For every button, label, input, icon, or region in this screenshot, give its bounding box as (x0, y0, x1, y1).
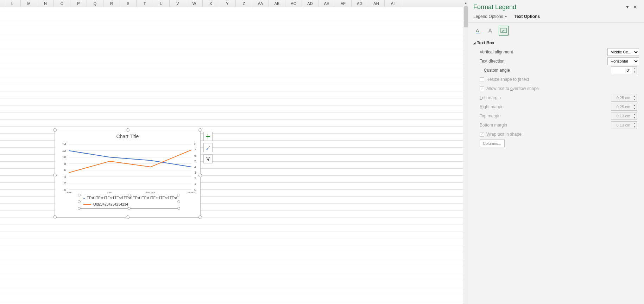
column-header-cell[interactable]: S (120, 0, 137, 7)
column-header-cell[interactable]: Z (236, 0, 252, 7)
chart-styles-button[interactable] (203, 143, 213, 152)
svg-text:14: 14 (62, 142, 67, 146)
wrap-text-checkbox: ✓ (480, 132, 484, 137)
format-legend-pane: Format Legend ▼ ✕ Legend Options ▼ Text … (468, 0, 644, 304)
funnel-icon (206, 156, 210, 161)
left-margin-label: Left margin (480, 95, 611, 100)
vertical-scrollbar[interactable]: ▲ (463, 0, 468, 304)
legend-handle[interactable] (78, 194, 81, 196)
column-header-cell[interactable]: AD (302, 0, 318, 7)
wrap-text-label: Wrap text in shape (486, 132, 639, 137)
text-direction-label: Text direction (480, 59, 607, 64)
legend-label: TEst1TEst1TEst1TEst1TEst1TEst1TEst1TEst1… (87, 195, 179, 201)
legend-handle[interactable] (78, 200, 81, 203)
legend-handle[interactable] (128, 207, 131, 210)
svg-text:0: 0 (64, 188, 66, 192)
pane-menu-button[interactable]: ▼ (624, 5, 631, 9)
text-effects-icon: A (488, 27, 494, 34)
column-header-cell[interactable]: P (70, 0, 87, 7)
text-direction-select[interactable]: Horizontal (607, 57, 639, 65)
svg-rect-30 (476, 33, 480, 33)
text-fill-outline-tab[interactable]: A (473, 26, 483, 35)
column-header-cell[interactable]: AE (318, 0, 335, 7)
pane-title: Format Legend (473, 4, 624, 11)
resize-handle[interactable] (53, 215, 57, 219)
section-text-box[interactable]: ◢ Text Box (473, 40, 639, 45)
column-header-cell[interactable]: AC (285, 0, 302, 7)
column-header-cell[interactable]: O (54, 0, 70, 7)
column-header-cell[interactable]: W (186, 0, 203, 7)
tab-legend-options[interactable]: Legend Options ▼ (473, 14, 507, 20)
column-header-cell[interactable]: Q (87, 0, 103, 7)
text-fill-icon: A (475, 27, 481, 34)
resize-to-fit-checkbox (480, 77, 484, 82)
svg-text:A≡: A≡ (502, 29, 506, 32)
column-header-cell[interactable]: AG (352, 0, 368, 7)
column-header-cell[interactable]: R (103, 0, 120, 7)
resize-handle[interactable] (53, 128, 57, 132)
tab-text-options[interactable]: Text Options (514, 14, 540, 20)
spinner-arrows[interactable]: ▲▼ (632, 66, 637, 74)
section-title: Text Box (477, 40, 494, 45)
column-header-cell[interactable]: N (37, 0, 54, 7)
legend-handle[interactable] (128, 194, 131, 196)
vertical-alignment-select[interactable]: Middle Ce... (607, 48, 639, 56)
legend-swatch (83, 198, 85, 199)
svg-text:8: 8 (194, 142, 196, 146)
svg-text:1: 1 (194, 182, 196, 186)
column-header-cell[interactable]: AF (335, 0, 352, 7)
left-margin-input (611, 94, 632, 102)
close-pane-button[interactable]: ✕ (631, 4, 639, 10)
svg-text:10: 10 (62, 155, 67, 159)
column-header-cell[interactable]: AH (368, 0, 385, 7)
scroll-up-button[interactable]: ▲ (463, 0, 468, 6)
column-header[interactable]: LMNOPQRSTUVWXYZAAABACADAEAFAGAHAI (0, 0, 463, 7)
chevron-down-icon: ▼ (505, 15, 507, 18)
chart-legend[interactable]: TEst1TEst1TEst1TEst1TEst1TEst1TEst1TEst1… (79, 195, 179, 209)
column-header-cell[interactable]: T (137, 0, 153, 7)
svg-text:car: car (67, 191, 71, 193)
bottom-margin-label: Bottom margin (480, 123, 611, 128)
svg-text:4: 4 (194, 165, 196, 169)
embedded-chart[interactable]: Chart Title 02468101214012345678cartoyho… (55, 130, 201, 218)
column-header-cell[interactable]: V (170, 0, 186, 7)
top-margin-input (611, 112, 632, 120)
column-header-cell[interactable]: AA (252, 0, 269, 7)
custom-angle-input[interactable] (611, 66, 632, 74)
resize-to-fit-label: Resize shape to fit text (486, 77, 639, 82)
textbox-tab[interactable]: A≡ (499, 26, 509, 35)
column-header-cell[interactable]: M (21, 0, 37, 7)
column-header-cell[interactable]: U (153, 0, 170, 7)
svg-text:6: 6 (194, 154, 196, 157)
legend-swatch (83, 204, 91, 205)
legend-handle[interactable] (78, 207, 81, 210)
column-header-cell[interactable]: L (4, 0, 21, 7)
resize-handle[interactable] (126, 215, 130, 219)
plus-icon (206, 134, 210, 139)
custom-angle-label: Custom angle (484, 68, 611, 73)
svg-text:A: A (488, 28, 492, 33)
right-margin-input (611, 103, 632, 111)
svg-text:5: 5 (194, 159, 196, 163)
legend-label: Old234234234234234 (93, 201, 128, 208)
legend-handle[interactable] (177, 207, 180, 210)
text-effects-tab[interactable]: A (486, 26, 496, 35)
resize-handle[interactable] (126, 128, 130, 132)
columns-button[interactable]: Columns... (480, 140, 505, 147)
right-margin-label: Right margin (480, 104, 611, 109)
column-header-cell[interactable]: AB (269, 0, 285, 7)
legend-handle[interactable] (177, 200, 180, 203)
column-header-cell[interactable]: X (203, 0, 219, 7)
resize-handle[interactable] (198, 215, 202, 219)
column-header-cell[interactable]: Y (219, 0, 236, 7)
legend-handle[interactable] (177, 194, 180, 196)
chart-plot-area[interactable]: 02468101214012345678cartoyhousetruck (55, 141, 200, 193)
chart-elements-button[interactable] (203, 132, 213, 141)
svg-text:8: 8 (64, 162, 66, 166)
scroll-thumb[interactable] (464, 6, 468, 27)
chart-filters-button[interactable] (203, 154, 213, 163)
textbox-icon: A≡ (500, 27, 507, 34)
column-header-cell[interactable]: AI (385, 0, 401, 7)
chart-side-buttons (203, 132, 213, 163)
resize-handle[interactable] (198, 128, 202, 132)
